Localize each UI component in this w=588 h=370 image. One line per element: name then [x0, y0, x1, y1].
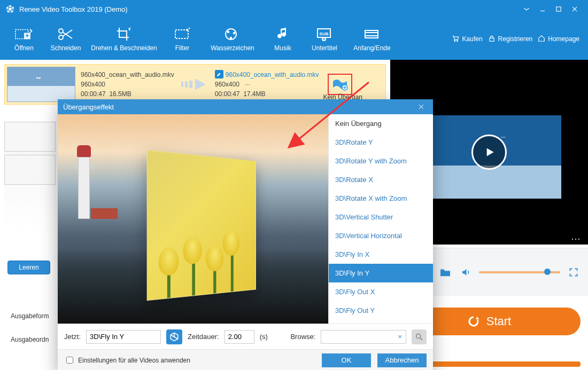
- ok-button[interactable]: OK: [322, 353, 371, 367]
- output-format-label: Ausgabeform: [11, 312, 49, 320]
- play-button[interactable]: [471, 135, 507, 170]
- effect-item[interactable]: 3D\Vertical Horizontal: [329, 226, 433, 245]
- tool-watermark-label: Wasserzeichen: [211, 44, 254, 52]
- task-thumbnails: [4, 122, 56, 234]
- file-tgt-dur: 00:00:47: [215, 90, 240, 98]
- tool-rotate-crop[interactable]: Drehen & Beschneiden: [87, 20, 161, 58]
- edit-icon[interactable]: [215, 70, 223, 78]
- svg-rect-35: [189, 81, 192, 88]
- close-icon[interactable]: [567, 1, 583, 17]
- mini-thumb[interactable]: [4, 155, 56, 185]
- open-folder-icon[interactable]: [438, 265, 452, 279]
- filter-icon: [173, 26, 191, 42]
- randomize-icon[interactable]: [166, 329, 182, 344]
- transition-dialog: Übergangseffekt Kein Übergang3D\Rotate Y…: [58, 99, 433, 370]
- browse-clear-icon[interactable]: ×: [398, 333, 402, 341]
- tool-startend[interactable]: Anfang/Ende: [345, 20, 399, 58]
- svg-line-45: [420, 338, 422, 340]
- start-button-label: Start: [486, 314, 511, 328]
- now-field[interactable]: [86, 330, 161, 344]
- apply-all-input[interactable]: [66, 357, 73, 364]
- preview-more-icon[interactable]: ⋯: [571, 233, 582, 245]
- mini-thumb[interactable]: [4, 122, 56, 152]
- svg-point-30: [454, 40, 455, 41]
- duration-label: Zeitdauer:: [188, 333, 219, 341]
- link-homepage[interactable]: Homepage: [538, 35, 579, 44]
- maximize-icon[interactable]: [551, 1, 567, 17]
- add-transition-button[interactable]: [328, 74, 352, 95]
- effect-item[interactable]: 3D\Rotate Y: [329, 133, 433, 152]
- browse-search-icon[interactable]: [412, 329, 427, 344]
- dialog-footer: Einstellungen für alle Videos anwenden O…: [58, 349, 433, 370]
- file-row[interactable]: 960x400_ocean_with_audio.mkv 960x400 00:…: [4, 64, 386, 105]
- effect-list[interactable]: Kein Übergang3D\Rotate Y3D\Rotate Y with…: [328, 114, 433, 324]
- link-register[interactable]: Registrieren: [488, 35, 533, 44]
- tool-open-label: Öffnen: [14, 44, 34, 52]
- file-source-meta: 960x400_ocean_with_audio.mkv 960x400 00:…: [81, 70, 174, 99]
- svg-rect-27: [365, 30, 378, 38]
- file-target-meta: 960x400_ocean_with_audio.mkv 960x400 ···…: [215, 70, 319, 99]
- effect-item[interactable]: 3D\Vertical Shutter: [329, 208, 433, 226]
- effect-item[interactable]: 3D\Fly In X: [329, 245, 433, 264]
- link-buy[interactable]: Kaufen: [451, 35, 483, 44]
- file-tgt-res: 960x400: [215, 81, 239, 88]
- link-register-label: Registrieren: [498, 35, 533, 43]
- svg-text:T: T: [323, 38, 325, 41]
- fullscreen-icon[interactable]: [567, 265, 581, 279]
- svg-text:+: +: [25, 32, 29, 40]
- main-toolbar: + Öffnen Schneiden Drehen & Beschneiden …: [0, 18, 588, 60]
- now-label: Jetzt:: [64, 333, 81, 341]
- tool-rotate-label: Drehen & Beschneiden: [91, 44, 157, 52]
- effect-item[interactable]: 3D\Fly In Y: [329, 264, 433, 282]
- apply-all-checkbox[interactable]: Einstellungen für alle Videos anwenden: [64, 355, 190, 365]
- tool-subtitle[interactable]: SUBT Untertitel: [304, 20, 345, 58]
- scissors-icon: [57, 26, 75, 42]
- link-buy-label: Kaufen: [462, 35, 483, 43]
- clear-button-label: Leeren: [19, 264, 38, 271]
- tool-cut[interactable]: Schneiden: [45, 20, 87, 58]
- dialog-preview: [58, 114, 328, 324]
- effect-item[interactable]: 3D\Fly Out Y: [329, 301, 433, 320]
- effect-item[interactable]: 3D\Rotate X with Zoom: [329, 189, 433, 208]
- svg-point-20: [227, 31, 229, 33]
- clear-button[interactable]: Leeren: [7, 261, 50, 274]
- svg-rect-16: [175, 30, 188, 38]
- dialog-close-icon[interactable]: [415, 100, 428, 113]
- svg-point-31: [457, 40, 458, 41]
- effect-item[interactable]: 3D\Fly Out X: [329, 282, 433, 301]
- tool-music[interactable]: Musik: [262, 20, 304, 58]
- home-icon: [538, 35, 545, 44]
- svg-point-21: [233, 32, 235, 34]
- window-options-icon[interactable]: [519, 1, 535, 17]
- tool-filter[interactable]: Filter: [161, 20, 203, 58]
- minimize-icon[interactable]: [535, 1, 551, 17]
- volume-slider[interactable]: [479, 271, 560, 273]
- svg-rect-33: [181, 82, 183, 87]
- file-src-name: 960x400_ocean_with_audio.mkv: [81, 70, 174, 80]
- dialog-title-bar: Übergangseffekt: [58, 99, 433, 114]
- file-thumbnail: [7, 67, 75, 102]
- music-icon: [274, 26, 292, 42]
- tulip-pane: [147, 150, 256, 301]
- link-homepage-label: Homepage: [548, 35, 579, 43]
- tool-watermark[interactable]: Wasserzeichen: [203, 20, 262, 58]
- svg-point-4: [11, 11, 13, 12]
- tool-open[interactable]: + Öffnen: [3, 20, 45, 58]
- file-src-size: 16.5MB: [109, 90, 131, 98]
- output-folder-label: Ausgabeordn: [11, 336, 49, 343]
- effect-item[interactable]: Kein Übergang: [329, 114, 433, 133]
- duration-field[interactable]: [225, 330, 254, 344]
- file-src-res: 960x400: [81, 80, 174, 89]
- filmstrip-open-icon: +: [15, 26, 33, 42]
- svg-point-6: [6, 7, 8, 9]
- effect-item[interactable]: 3D\Rotate Y with Zoom: [329, 152, 433, 170]
- subtitle-icon: SUBT: [315, 26, 334, 42]
- svg-point-17: [186, 29, 188, 31]
- cart-icon: [451, 35, 460, 44]
- volume-icon[interactable]: [459, 265, 473, 279]
- file-src-dur: 00:00:47: [81, 90, 106, 98]
- dialog-title: Übergangseffekt: [63, 103, 114, 111]
- effect-item[interactable]: 3D\Rotate X: [329, 170, 433, 189]
- browse-field[interactable]: [321, 330, 406, 344]
- cancel-button[interactable]: Abbrechen: [377, 353, 427, 367]
